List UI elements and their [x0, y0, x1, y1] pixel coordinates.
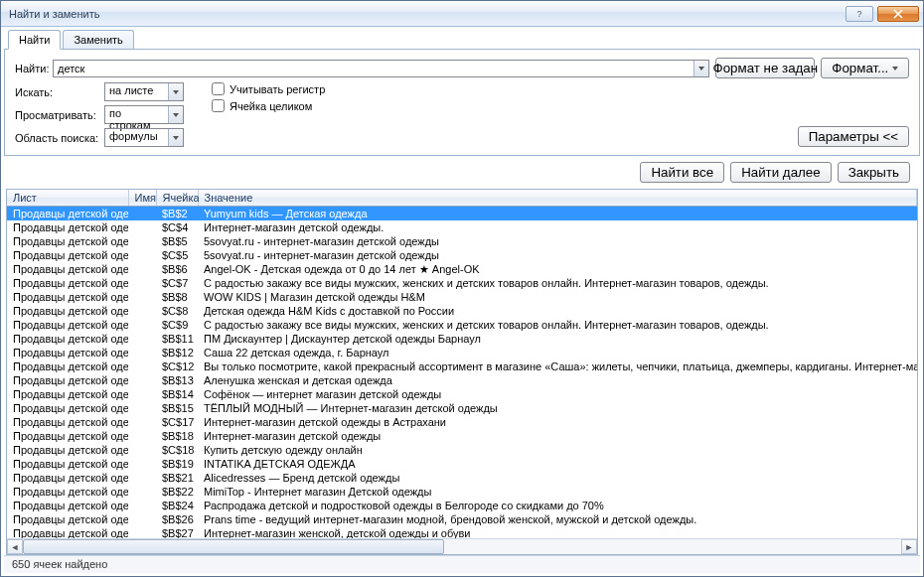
find-history-dropdown[interactable]	[693, 61, 708, 76]
table-row[interactable]: Продавцы детской одежды$B$22MimiTop - Ин…	[7, 485, 917, 499]
table-row[interactable]: Продавцы детской одежды$C$4Интернет-мага…	[7, 220, 917, 234]
format-status-button[interactable]: Формат не задан	[715, 58, 815, 78]
find-panel: Найти: Формат не задан Формат... Искать:…	[4, 49, 920, 156]
find-next-button[interactable]: Найти далее	[730, 162, 832, 183]
col-value[interactable]: Значение	[198, 190, 917, 207]
table-row[interactable]: Продавцы детской одежды$B$19INTATIKA ДЕТ…	[7, 457, 917, 471]
table-row[interactable]: Продавцы детской одежды$B$13Аленушка жен…	[7, 373, 917, 387]
chevron-down-icon	[892, 67, 898, 71]
status-bar: 650 ячеек найдено	[4, 555, 920, 573]
table-row[interactable]: Продавцы детской одежды$C$9С радостью за…	[7, 318, 917, 332]
table-row[interactable]: Продавцы детской одежды$C$7С радостью за…	[7, 276, 917, 290]
results-scroll[interactable]: Лист Имя Ячейка Значение Продавцы детско…	[7, 190, 917, 538]
table-row[interactable]: Продавцы детской одежды$C$12Вы только по…	[7, 360, 917, 373]
tabs: Найти Заменить	[4, 30, 920, 50]
lookin-select[interactable]: формулы	[104, 128, 184, 147]
table-row[interactable]: Продавцы детской одежды$C$55sovyat.ru - …	[7, 248, 917, 262]
table-row[interactable]: Продавцы детской одежды$B$11ПМ Дискаунте…	[7, 332, 917, 346]
table-row[interactable]: Продавцы детской одежды$B$8WOW KIDS | Ма…	[7, 290, 917, 304]
tab-find[interactable]: Найти	[8, 30, 61, 50]
titlebar[interactable]: Найти и заменить ?	[1, 1, 923, 27]
table-row[interactable]: Продавцы детской одежды$B$18Интернет-маг…	[7, 429, 917, 443]
chevron-down-icon	[173, 136, 179, 140]
horizontal-scrollbar[interactable]: ◄ ►	[7, 538, 917, 554]
tab-replace[interactable]: Заменить	[63, 30, 133, 50]
table-row[interactable]: Продавцы детской одежды$C$17Интернет-маг…	[7, 415, 917, 429]
close-window-button[interactable]	[877, 6, 919, 22]
find-label: Найти:	[15, 63, 47, 74]
find-input[interactable]	[54, 61, 693, 76]
format-menu-button[interactable]: Формат...	[821, 58, 909, 78]
cancel-button[interactable]: Закрыть	[838, 162, 910, 183]
scrollbar-thumb[interactable]	[23, 539, 444, 554]
window-title: Найти и заменить	[9, 8, 846, 20]
table-row[interactable]: Продавцы детской одежды$B$15ТЁПЛЫЙ МОДНЫ…	[7, 401, 917, 415]
find-all-button[interactable]: Найти все	[640, 162, 724, 183]
chevron-down-icon	[698, 67, 704, 71]
find-input-wrapper	[53, 60, 709, 77]
table-row[interactable]: Продавцы детской одежды$B$14Софёнок — ин…	[7, 387, 917, 401]
options-toggle-button[interactable]: Параметры <<	[798, 126, 909, 147]
table-row[interactable]: Продавцы детской одежды$B$2Yumyum kids —…	[7, 207, 917, 221]
table-row[interactable]: Продавцы детской одежды$B$27Интернет-маг…	[7, 526, 917, 538]
col-sheet[interactable]: Лист	[7, 190, 128, 207]
match-case-checkbox[interactable]: Учитывать регистр	[212, 82, 325, 95]
scroll-left-icon[interactable]: ◄	[7, 539, 23, 554]
whole-cell-checkbox[interactable]: Ячейка целиком	[212, 99, 325, 112]
table-row[interactable]: Продавцы детской одежды$B$6Angel-OK - Де…	[7, 262, 917, 276]
table-row[interactable]: Продавцы детской одежды$B$26Prans time -…	[7, 512, 917, 526]
table-row[interactable]: Продавцы детской одежды$B$55sovyat.ru - …	[7, 234, 917, 248]
table-row[interactable]: Продавцы детской одежды$B$12Саша 22 детс…	[7, 346, 917, 360]
chevron-down-icon	[173, 113, 179, 117]
scroll-right-icon[interactable]: ►	[901, 539, 917, 554]
svg-text:?: ?	[856, 9, 861, 19]
table-row[interactable]: Продавцы детской одежды$C$8Детская одежд…	[7, 304, 917, 318]
scope-select[interactable]: на листе	[104, 82, 184, 101]
scope-label: Искать:	[15, 86, 104, 98]
direction-select[interactable]: по строкам	[104, 105, 184, 124]
find-replace-dialog: Найти и заменить ? Найти Заменить Найти:…	[0, 0, 924, 577]
lookin-label: Область поиска:	[15, 132, 104, 144]
col-name[interactable]: Имя	[128, 190, 156, 207]
results-grid: Лист Имя Ячейка Значение Продавцы детско…	[6, 189, 918, 555]
help-button[interactable]: ?	[846, 6, 873, 22]
action-buttons: Найти все Найти далее Закрыть	[4, 156, 920, 189]
direction-label: Просматривать:	[15, 109, 104, 121]
table-row[interactable]: Продавцы детской одежды$C$18Купить детск…	[7, 443, 917, 457]
chevron-down-icon	[173, 90, 179, 94]
col-cell[interactable]: Ячейка	[156, 190, 198, 207]
table-row[interactable]: Продавцы детской одежды$B$21Alicedresses…	[7, 471, 917, 485]
table-row[interactable]: Продавцы детской одежды$B$24Распродажа д…	[7, 499, 917, 512]
